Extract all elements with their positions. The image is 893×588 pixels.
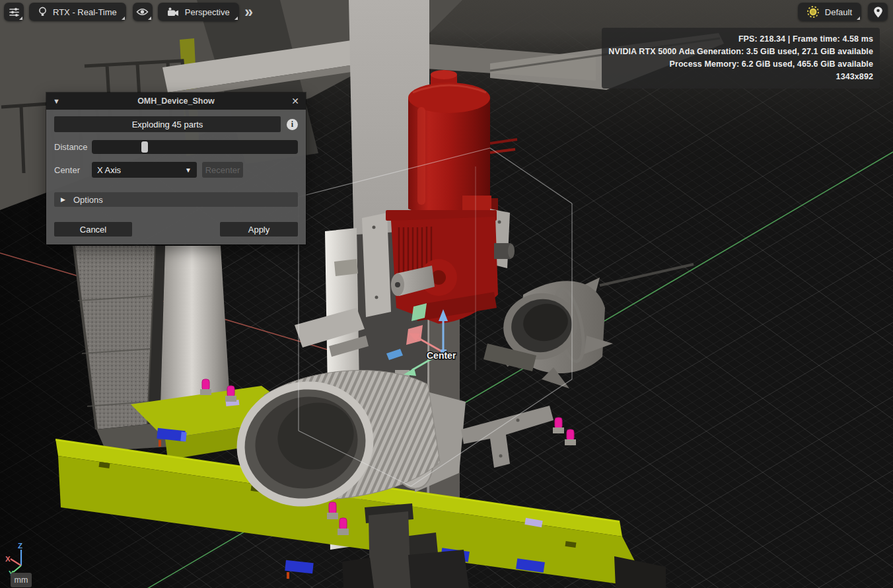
distance-slider[interactable] — [92, 140, 298, 154]
stats-memory-line: Process Memory: 6.2 GiB used, 465.6 GiB … — [608, 58, 873, 71]
gizmo-label: Center — [427, 350, 456, 361]
recenter-button[interactable]: Recenter — [202, 162, 243, 178]
triangle-right-icon: ▶ — [61, 196, 65, 203]
cancel-button[interactable]: Cancel — [54, 222, 132, 237]
options-expander[interactable]: ▶ Options — [54, 192, 298, 207]
center-label: Center — [54, 165, 92, 175]
distance-slider-handle[interactable] — [141, 141, 148, 153]
lighting-selector[interactable]: Default — [798, 3, 861, 21]
stats-gpu-line: NVIDIA RTX 5000 Ada Generation: 3.5 GiB … — [608, 46, 873, 58]
location-pin-icon — [873, 6, 883, 18]
viewport-3d[interactable]: Center Z X Y mm — [0, 0, 893, 588]
close-icon[interactable]: ✕ — [289, 96, 299, 106]
eye-icon — [136, 7, 149, 17]
camera-icon — [167, 7, 179, 17]
collapse-icon[interactable]: ▼ — [53, 97, 63, 105]
renderer-label: RTX - Real-Time — [53, 7, 117, 17]
renderer-selector[interactable]: RTX - Real-Time — [29, 3, 126, 21]
lighting-label: Default — [825, 7, 852, 17]
triad-z-label: Z — [18, 542, 22, 550]
dialog-body: Exploding 45 parts i Distance Center X A… — [46, 110, 306, 244]
explode-dialog: ▼ OMH_Device_Show ✕ Exploding 45 parts i… — [46, 92, 306, 244]
distance-label: Distance — [54, 142, 92, 152]
chevron-down-icon: ▼ — [185, 166, 192, 174]
dialog-title: OMH_Device_Show — [63, 96, 289, 106]
camera-selector[interactable]: Perspective — [158, 3, 239, 21]
toolbar-expand-chevron[interactable]: » — [242, 3, 256, 21]
lightbulb-icon — [38, 7, 47, 17]
options-label: Options — [73, 195, 103, 205]
sun-icon — [807, 6, 819, 18]
camera-label: Perspective — [185, 7, 230, 17]
viewport-settings-button[interactable] — [4, 3, 24, 21]
stats-resolution-line: 1343x892 — [608, 71, 873, 83]
performance-overlay: FPS: 218.34 | Frame time: 4.58 ms NVIDIA… — [602, 28, 880, 89]
waypoint-button[interactable] — [868, 3, 888, 21]
center-dropdown-value: X Axis — [97, 165, 121, 175]
info-icon[interactable]: i — [287, 119, 298, 130]
stats-fps-line: FPS: 218.34 | Frame time: 4.58 ms — [608, 33, 873, 46]
apply-button[interactable]: Apply — [220, 222, 298, 237]
units-label: mm — [15, 575, 28, 585]
explode-status-button[interactable]: Exploding 45 parts — [54, 116, 281, 132]
triad-x-label: X — [5, 555, 11, 563]
viewport-toolbar-right: Default — [798, 3, 888, 21]
actions-spacer — [132, 222, 220, 237]
viewport-toolbar-left: RTX - Real-Time Perspective » — [4, 3, 256, 21]
dialog-header[interactable]: ▼ OMH_Device_Show ✕ — [46, 92, 306, 110]
visibility-button[interactable] — [133, 3, 153, 21]
sliders-icon — [9, 7, 20, 18]
chevron-double-right-icon: » — [244, 5, 253, 20]
center-dropdown[interactable]: X Axis ▼ — [92, 162, 197, 178]
